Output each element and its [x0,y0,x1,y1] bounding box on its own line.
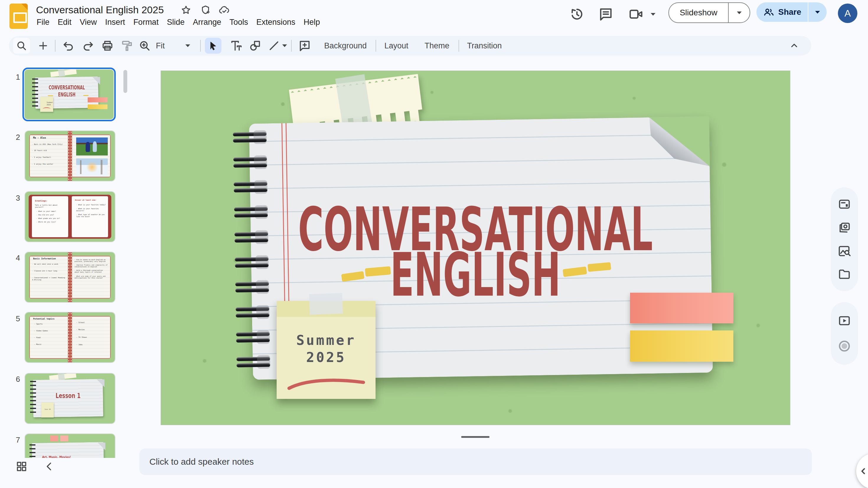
slide-number: 6 [10,375,20,384]
speaker-notes-input[interactable]: Click to add speaker notes [140,449,812,475]
zoom-caret-down-icon[interactable] [185,44,190,47]
version-history-icon[interactable] [569,6,584,22]
toolbar-divider [376,40,376,52]
rail-image-search-icon[interactable] [838,244,851,258]
menu-edit[interactable]: Edit [54,17,76,28]
side-panel-rail-bottom [831,302,858,365]
document-title[interactable]: Conversational English 2025 [36,4,164,15]
filmstrip-scrollbar[interactable] [123,70,127,93]
text-box-tool-button[interactable] [230,39,243,52]
cloud-saved-icon[interactable] [218,5,230,15]
select-tool-button[interactable] [205,38,221,54]
grid-view-button[interactable] [16,460,28,473]
rail-photos-icon[interactable] [838,221,851,234]
layout-button[interactable]: Layout [384,41,408,51]
insert-comment-button[interactable] [298,39,311,52]
slide-thumbnail-1[interactable]: CONVERSATIONAL ENGLISH Summer2025 [23,68,116,121]
menu-bar: File Edit View Insert Format Slide Arran… [32,17,324,28]
mini-slide-3: Greetings: Talk a little bit about yours… [25,192,115,241]
sticky-note-line1: Summer [277,332,376,348]
red-scribble [286,375,366,392]
mini-slide-6: Lesson 1 June 19 [25,373,115,423]
toolbar-divider [200,40,201,52]
slide-thumbnail-7[interactable]: Art, Music, Movies! [25,433,116,458]
search-menus-button[interactable] [13,38,30,54]
mini-slide-4: Basic Information We will meet once a we… [25,252,115,302]
rail-play-icon[interactable] [838,314,851,327]
menu-view[interactable]: View [75,17,101,28]
move-shield-icon[interactable] [200,5,211,15]
share-button[interactable]: Share [756,2,827,22]
slideshow-label: Slideshow [669,8,728,18]
new-slide-button[interactable] [37,40,49,52]
shapes-tool-button[interactable] [249,39,261,52]
collapse-filmstrip-chevron-left-icon[interactable] [43,460,56,473]
spiral-ring [234,182,269,192]
zoom-in-icon[interactable] [138,39,151,52]
collapse-menus-chevron-up-icon[interactable] [788,40,800,52]
menu-file[interactable]: File [32,17,54,28]
transition-button[interactable]: Transition [467,41,502,51]
slideshow-caret-down-icon[interactable] [728,11,750,14]
account-avatar[interactable]: A [838,4,857,23]
logo-fold [21,4,28,10]
menu-slide[interactable]: Slide [163,17,189,28]
menu-format[interactable]: Format [129,17,163,28]
mini-photo-winter [76,158,107,177]
mini-slide-5: Potential topics Sports Video Games Food… [25,313,115,362]
yellow-tab[interactable] [630,330,733,362]
rail-record-icon[interactable] [838,339,851,353]
slide-canvas[interactable]: CONVERSATIONAL ENGLISH Summer 2025 [161,71,790,425]
spiral-ring [233,132,268,142]
spiral-ring [236,332,271,343]
menu-insert[interactable]: Insert [101,17,129,28]
slide-number: 3 [10,194,20,203]
menu-extensions[interactable]: Extensions [252,17,299,28]
filmstrip-panel: 1 2 3 4 5 6 7 CONVERSATIONAL ENGLISH Sum… [0,62,134,458]
slide-number: 7 [10,435,20,445]
zoom-select-value[interactable]: Fit [156,41,165,51]
rail-folder-icon[interactable] [838,268,851,281]
mini-title-slide: CONVERSATIONAL ENGLISH Summer2025 [25,70,114,119]
paint-format-button[interactable] [120,39,133,52]
slide-thumbnail-3[interactable]: Greetings: Talk a little bit about yours… [25,191,116,242]
comments-icon[interactable] [598,6,614,22]
spiral-ring [237,357,272,367]
slide-thumbnail-2[interactable]: Me - Alex Born in USA (New York City) 16… [25,130,116,182]
slide-number: 4 [10,254,20,263]
menu-help[interactable]: Help [299,17,324,28]
camera-caret-down-icon[interactable] [651,13,655,15]
horizontal-scroll-indicator[interactable] [461,436,490,438]
pink-tab[interactable] [630,293,733,323]
slideshow-button[interactable]: Slideshow [669,2,750,23]
theme-button[interactable]: Theme [425,41,450,51]
slides-logo[interactable] [9,4,28,29]
toolbar-divider [55,40,56,52]
slide-thumbnail-4[interactable]: Basic Information We will meet once a we… [25,252,116,303]
sticky-note-line2: 2025 [277,349,376,365]
speaker-notes-placeholder: Click to add speaker notes [149,457,254,467]
share-caret-down-icon[interactable] [808,11,827,13]
menu-arrange[interactable]: Arrange [189,17,225,28]
logo-page [13,12,27,23]
print-button[interactable] [101,39,114,52]
menu-tools[interactable]: Tools [225,17,252,28]
slide-number: 5 [10,314,20,323]
background-button[interactable]: Background [324,41,367,51]
spiral-ring [233,157,268,168]
google-slides-app: { "header": { "title": "Conversational E… [0,0,868,488]
meet-camera-icon[interactable] [628,6,644,22]
sticky-note[interactable]: Summer 2025 [277,301,376,399]
expand-panel-button[interactable] [856,453,868,488]
rail-card-icon[interactable] [838,197,851,211]
toolbar-divider [291,40,292,52]
redo-button[interactable] [82,39,94,52]
mini-slide-2: Me - Alex Born in USA (New York City) 16… [25,131,115,181]
star-icon[interactable] [181,5,191,15]
line-tool-button[interactable] [268,39,280,52]
undo-button[interactable] [62,39,75,52]
line-caret-down-icon[interactable] [282,44,287,47]
slide-thumbnail-5[interactable]: Potential topics Sports Video Games Food… [25,312,116,363]
mini-photo-football [76,137,107,156]
slide-thumbnail-6[interactable]: Lesson 1 June 19 [25,373,116,424]
